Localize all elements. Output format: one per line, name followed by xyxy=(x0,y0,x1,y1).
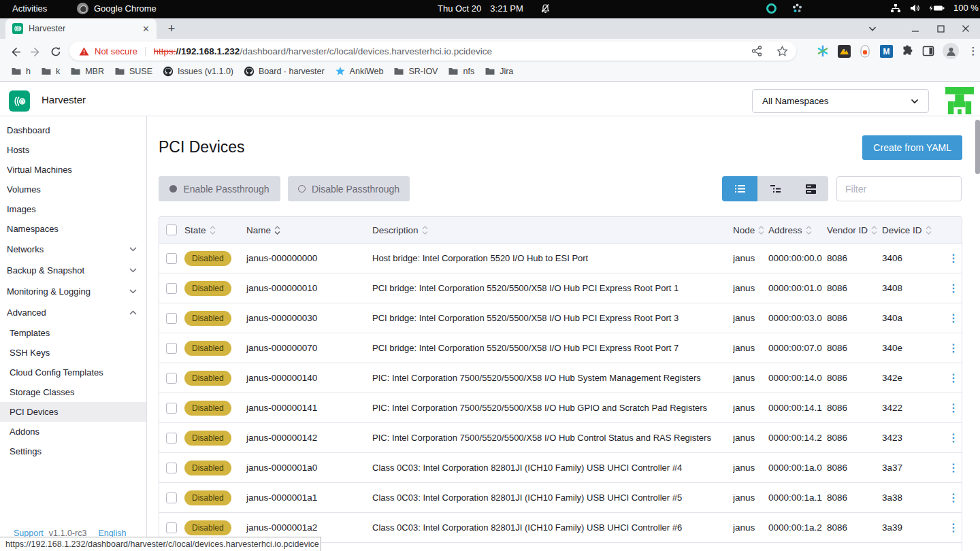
sidebar-item[interactable]: Dashboard xyxy=(0,120,146,140)
extensions-puzzle-icon[interactable] xyxy=(900,44,914,58)
row-actions-kebab-icon[interactable]: ⋮ xyxy=(948,463,959,473)
side-panel-icon[interactable] xyxy=(921,44,935,58)
row-checkbox[interactable] xyxy=(166,373,177,384)
bookmark-item[interactable]: h xyxy=(11,66,31,77)
bookmark-item[interactable]: MBR xyxy=(70,66,104,77)
browser-tab-harvester[interactable]: Harvester ✕ xyxy=(5,18,157,39)
extension-mountain-icon[interactable] xyxy=(837,44,851,58)
sidebar-item[interactable]: Virtual Machines xyxy=(0,160,146,180)
back-button[interactable] xyxy=(7,45,23,59)
window-maximize-button[interactable] xyxy=(930,18,951,39)
row-checkbox[interactable] xyxy=(166,313,177,324)
select-all-checkbox[interactable] xyxy=(166,224,177,235)
table-row[interactable]: Disabled janus-000000010 PCI bridge: Int… xyxy=(159,273,962,303)
row-actions-kebab-icon[interactable]: ⋮ xyxy=(948,492,959,503)
url-text[interactable]: https://192.168.1.232/dashboard/harveste… xyxy=(154,46,745,56)
harvester-logo[interactable] xyxy=(9,90,30,112)
sidebar-item[interactable]: Images xyxy=(0,199,146,219)
table-row[interactable]: Disabled janus-000000140 PIC: Intel Corp… xyxy=(159,363,962,393)
sidebar-item[interactable]: Hosts xyxy=(0,140,146,160)
row-checkbox[interactable] xyxy=(166,463,177,473)
list-view-button[interactable] xyxy=(722,176,757,201)
extension-colorful-icon[interactable] xyxy=(816,44,830,58)
sidebar-item[interactable]: Templates xyxy=(0,323,146,343)
row-checkbox[interactable] xyxy=(166,283,177,294)
create-from-yaml-button[interactable]: Create from YAML xyxy=(862,135,962,160)
bookmark-item[interactable]: SR-IOV xyxy=(393,66,438,77)
window-minimize-button[interactable] xyxy=(905,18,926,39)
focused-app-indicator[interactable]: Google Chrome xyxy=(77,3,157,14)
row-checkbox[interactable] xyxy=(166,522,177,533)
row-actions-kebab-icon[interactable]: ⋮ xyxy=(948,343,959,354)
sidebar-item[interactable]: SSH Keys xyxy=(0,343,146,363)
not-secure-label[interactable]: Not secure xyxy=(95,46,137,56)
new-tab-button[interactable]: + xyxy=(163,20,180,37)
tray-ring-icon[interactable] xyxy=(766,3,777,14)
table-row[interactable]: Disabled janus-000000142 PIC: Intel Corp… xyxy=(159,423,962,453)
profile-avatar[interactable] xyxy=(943,43,959,59)
forward-button[interactable] xyxy=(27,45,44,59)
tab-close-icon[interactable]: ✕ xyxy=(142,24,150,34)
tray-flower-icon[interactable] xyxy=(791,3,803,14)
bookmark-item[interactable]: k xyxy=(41,66,60,77)
row-checkbox[interactable] xyxy=(166,403,177,414)
enable-passthrough-button[interactable]: Enable Passthrough xyxy=(159,176,280,201)
table-row[interactable]: Disabled janus-000000141 PIC: Intel Corp… xyxy=(159,393,962,423)
sidebar-item[interactable]: Advanced xyxy=(0,302,146,323)
table-row[interactable]: Disabled janus-000000070 PCI bridge: Int… xyxy=(159,333,962,363)
clock[interactable]: Thu Oct 20 3:21 PM xyxy=(438,3,551,14)
row-checkbox[interactable] xyxy=(166,433,177,444)
bookmark-item[interactable]: Jira xyxy=(485,66,513,77)
activities-button[interactable]: Activities xyxy=(12,3,47,14)
extension-m-icon[interactable]: M xyxy=(879,44,893,58)
row-actions-kebab-icon[interactable]: ⋮ xyxy=(948,403,959,414)
sidebar-item[interactable]: Volumes xyxy=(0,180,146,199)
bookmark-item[interactable]: Board · harvester xyxy=(244,66,325,77)
namespace-selector[interactable]: All Namespaces xyxy=(752,89,929,113)
sidebar-item[interactable]: Monitoring & Logging xyxy=(0,281,146,302)
row-checkbox[interactable] xyxy=(166,492,177,503)
rancher-harvester-logo[interactable] xyxy=(945,87,975,114)
column-header-node[interactable]: Node xyxy=(733,225,768,235)
system-status-area[interactable]: 100 % xyxy=(890,3,979,13)
table-row[interactable]: Disabled janus-000000030 PCI bridge: Int… xyxy=(159,303,962,333)
tab-search-chevron-icon[interactable] xyxy=(862,18,883,39)
column-header-description[interactable]: Description xyxy=(372,225,733,235)
reload-button[interactable] xyxy=(48,45,64,59)
bookmark-star-icon[interactable] xyxy=(777,46,788,57)
sidebar-item[interactable]: Namespaces xyxy=(0,219,146,239)
bookmark-item[interactable]: Issues (v1.1.0) xyxy=(163,66,233,77)
table-row[interactable]: Disabled janus-0000001a0 Class 0C03: Int… xyxy=(159,453,962,483)
column-header-state[interactable]: State xyxy=(184,225,246,235)
bookmark-item[interactable]: SUSE xyxy=(114,66,152,77)
disable-passthrough-button[interactable]: Disable Passthrough xyxy=(288,176,410,201)
row-actions-kebab-icon[interactable]: ⋮ xyxy=(948,283,959,294)
table-row[interactable]: Disabled janus-000000000 Host bridge: In… xyxy=(159,244,962,273)
address-bar[interactable]: Not secure | https://192.168.1.232/dashb… xyxy=(69,41,796,61)
sidebar-item[interactable]: Networks xyxy=(0,239,146,260)
row-actions-kebab-icon[interactable]: ⋮ xyxy=(948,373,959,384)
column-header-vendor-id[interactable]: Vendor ID xyxy=(827,225,882,235)
bookmark-item[interactable]: AnkiWeb xyxy=(335,66,384,77)
row-actions-kebab-icon[interactable]: ⋮ xyxy=(948,433,959,444)
row-checkbox[interactable] xyxy=(166,253,177,264)
row-actions-kebab-icon[interactable]: ⋮ xyxy=(948,253,959,264)
row-actions-kebab-icon[interactable]: ⋮ xyxy=(948,522,959,533)
sidebar-item[interactable]: Settings xyxy=(0,441,146,461)
table-row[interactable]: Disabled janus-0000001a1 Class 0C03: Int… xyxy=(159,483,962,513)
row-checkbox[interactable] xyxy=(166,343,177,354)
sidebar-item[interactable]: Cloud Config Templates xyxy=(0,363,146,382)
grouped-view-button[interactable] xyxy=(757,176,793,201)
share-icon[interactable] xyxy=(751,46,762,56)
detail-view-button[interactable] xyxy=(793,176,828,201)
bookmark-item[interactable]: nfs xyxy=(448,66,474,77)
sidebar-item[interactable]: Storage Classes xyxy=(0,382,146,402)
window-close-button[interactable] xyxy=(956,18,976,39)
scrollbar-thumb[interactable] xyxy=(975,120,980,174)
column-header-name[interactable]: Name xyxy=(246,225,372,235)
sidebar-item[interactable]: Backup & Snapshot xyxy=(0,260,146,281)
filter-input[interactable] xyxy=(836,176,962,201)
sidebar-item[interactable]: PCI Devices xyxy=(0,402,146,422)
row-actions-kebab-icon[interactable]: ⋮ xyxy=(948,313,959,324)
extension-oval-icon[interactable] xyxy=(858,44,872,58)
